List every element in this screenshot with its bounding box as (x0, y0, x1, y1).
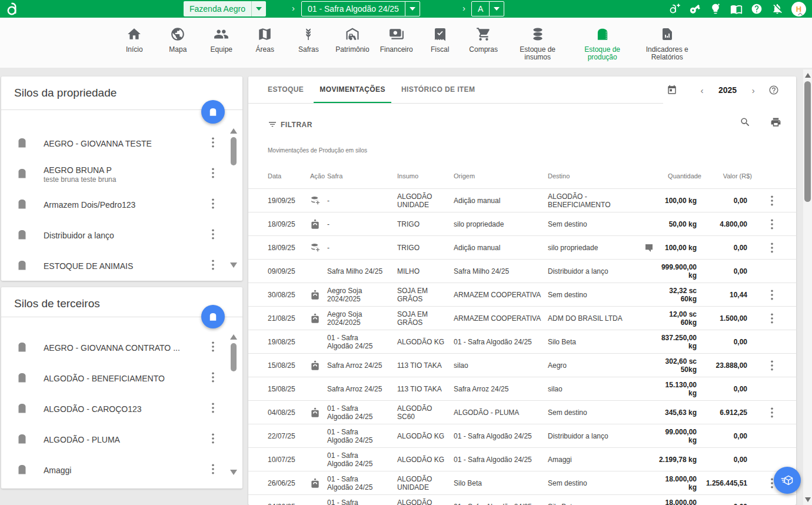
silo-list-item[interactable]: ALGODÃO - BENEFICIAMENTO (1, 363, 228, 394)
book-icon[interactable] (730, 2, 743, 15)
row-menu-button[interactable] (752, 407, 796, 418)
item-menu-button[interactable] (206, 403, 220, 416)
item-menu-button[interactable] (206, 229, 220, 242)
page-scroll-down-arrow[interactable] (805, 497, 811, 502)
page-scroll-thumb[interactable] (804, 81, 811, 202)
nav-item-patrimonio[interactable]: Patrimônio (335, 26, 369, 54)
table-row[interactable]: 09/09/25Safra Milho 24/25MILHOSafra Milh… (248, 259, 796, 283)
year-prev-button[interactable]: ‹ (694, 85, 710, 95)
silo-list-item[interactable]: AEGRO BRUNA Pteste bruna teste bruna (1, 159, 228, 190)
chevron-down-icon[interactable] (251, 1, 266, 16)
nav-item-indicadores[interactable]: Indicadores e Relatórios (640, 26, 694, 61)
tab-estoque[interactable]: ESTOQUE (262, 77, 310, 103)
table-row[interactable]: 22/07/2501 - Safra Algodão 24/25ALGODÃO … (248, 424, 796, 447)
table-row[interactable]: 18/09/25-TRIGOsilo propriedadeSem destin… (248, 212, 796, 235)
row-menu-button[interactable] (752, 290, 796, 300)
main-content: ESTOQUEMOVIMENTAÇÕESHISTÓRICO DE ITEM ‹ … (248, 77, 796, 505)
nav-item-estoque-producao[interactable]: Estoque de produção (575, 26, 630, 61)
new-movement-button[interactable] (774, 467, 801, 494)
breadcrumb-chevron-icon: › (462, 3, 465, 13)
nav-item-inicio[interactable]: Início (118, 26, 151, 54)
chevron-down-icon[interactable] (489, 2, 504, 16)
tab-movimenta-es[interactable]: MOVIMENTAÇÕES (314, 77, 391, 103)
scroll-up-arrow[interactable] (230, 128, 237, 134)
item-menu-button[interactable] (206, 433, 220, 446)
plot-selector[interactable]: A (471, 1, 504, 16)
item-menu-button[interactable] (206, 198, 220, 211)
scroll-thumb[interactable] (231, 343, 237, 371)
row-menu-button[interactable] (752, 360, 796, 371)
calendar-icon[interactable] (667, 77, 677, 104)
table-row[interactable]: 04/08/2501 - Safra Algodão 24/25ALGODÃO … (248, 400, 796, 424)
nav-item-equipe[interactable]: Equipe (205, 26, 238, 54)
nav-item-estoque-insumos[interactable]: Estoque de insumos (511, 26, 565, 61)
table-row[interactable]: 10/07/2501 - Safra Algodão 24/25ALGODÃO … (248, 447, 796, 471)
help-outline-icon[interactable] (768, 77, 779, 104)
nav-item-label: Compras (469, 46, 498, 54)
table-row[interactable]: 18/09/25-TRIGOAdição manualsilo propried… (248, 235, 796, 259)
cell-date: 30/08/25 (268, 291, 310, 299)
table-row[interactable]: 21/08/25Aegro Soja 2024/2025SOJA EM GRÃO… (248, 306, 796, 330)
table-row[interactable]: 19/08/2501 - Safra Algodão 24/25ALGODÃO … (248, 330, 796, 353)
item-menu-button[interactable] (206, 464, 220, 477)
filter-label: FILTRAR (281, 121, 312, 129)
nav-item-mapa[interactable]: Mapa (161, 26, 194, 54)
item-menu-button[interactable] (206, 260, 220, 273)
silo-list-item[interactable]: Distribuidor a lanço (1, 220, 228, 251)
table-row[interactable]: 26/06/2501 - Safra Algodão 24/25ALGODÃO … (248, 471, 796, 494)
add-silo-propriedade-button[interactable] (201, 100, 225, 124)
season-selector[interactable]: 01 - Safra Algodão 24/25 (301, 1, 420, 16)
aegro-plus-icon[interactable] (668, 2, 681, 15)
add-silo-terceiros-button[interactable] (201, 305, 225, 328)
help-icon[interactable] (750, 2, 763, 15)
nav-item-compras[interactable]: Compras (467, 26, 500, 54)
filter-button[interactable]: FILTRAR (268, 120, 312, 129)
page-scroll-up-arrow[interactable] (805, 73, 811, 78)
scroll-up-arrow[interactable] (230, 334, 237, 340)
tab-hist-rico-de-item[interactable]: HISTÓRICO DE ITEM (395, 77, 481, 103)
item-menu-button[interactable] (206, 168, 220, 181)
silo-list-item[interactable]: ALGODÃO - PLUMA (1, 424, 228, 455)
year-next-button[interactable]: › (745, 85, 761, 95)
chevron-down-icon[interactable] (405, 2, 420, 16)
item-menu-button[interactable] (206, 341, 220, 354)
nav-collapse-chevron-up-icon[interactable] (796, 9, 805, 21)
nav-item-fiscal[interactable]: Fiscal (424, 26, 457, 54)
item-menu-button[interactable] (206, 137, 220, 150)
silo-list-item[interactable]: ALGODÃO - CAROÇO123 (1, 394, 228, 424)
silo-list-item[interactable]: AEGRO - GIOVANNA CONTRATO ... (1, 333, 228, 363)
scroll-down-arrow[interactable] (230, 263, 237, 268)
silo-list-item[interactable]: Armazem Dois/Pedro123 (1, 190, 228, 220)
cell-valor: 0,00 (701, 267, 752, 275)
farm-selector[interactable]: Fazenda Aegro (184, 1, 266, 16)
nav-item-safras[interactable]: Safras (292, 26, 325, 54)
aegro-logo-icon[interactable] (5, 1, 20, 19)
row-menu-button[interactable] (752, 195, 796, 206)
nav-item-label: Áreas (256, 46, 274, 54)
table-row[interactable]: 19/09/25-ALGODÃO UNIDADEAdição manualALG… (248, 188, 796, 212)
cell-date: 19/09/25 (268, 197, 310, 205)
scroll-thumb[interactable] (231, 137, 237, 165)
item-menu-button[interactable] (206, 372, 220, 385)
table-row[interactable]: 15/08/25Safra Arroz 24/25113 TIO TAKASaf… (248, 377, 796, 400)
table-row[interactable]: 15/08/25Safra Arroz 24/25113 TIO TAKAsil… (248, 353, 796, 377)
silo-list-item[interactable]: AEGRO - GIOVANNA TESTE (1, 128, 228, 159)
cell-origem: 01 - Safra Algodão 24/25 (454, 503, 548, 505)
table-row[interactable]: 24/06/2501 - Safra Algodão 24/25ALGODÃO … (248, 494, 796, 505)
search-icon[interactable] (740, 117, 751, 130)
notifications-off-icon[interactable] (771, 2, 784, 15)
row-menu-button[interactable] (752, 313, 796, 324)
nav-item-financeiro[interactable]: Financeiro (380, 26, 413, 54)
nav-item-areas[interactable]: Áreas (248, 26, 281, 54)
cell-note[interactable] (644, 243, 658, 252)
table-row[interactable]: 30/08/25Aegro Soja 2024/2025SOJA EM GRÃO… (248, 283, 796, 306)
silo-list-item[interactable]: ESTOQUE DE ANIMAIS (1, 251, 228, 281)
silo-list-item[interactable]: Amaggi (1, 455, 228, 486)
lightbulb-plus-icon[interactable] (709, 2, 722, 15)
row-menu-button[interactable] (752, 219, 796, 230)
row-menu-button[interactable] (752, 242, 796, 253)
print-icon[interactable] (770, 117, 781, 130)
scroll-down-arrow[interactable] (230, 470, 237, 475)
key-icon[interactable] (688, 2, 701, 15)
cell-safra: 01 - Safra Algodão 24/25 (327, 428, 397, 444)
